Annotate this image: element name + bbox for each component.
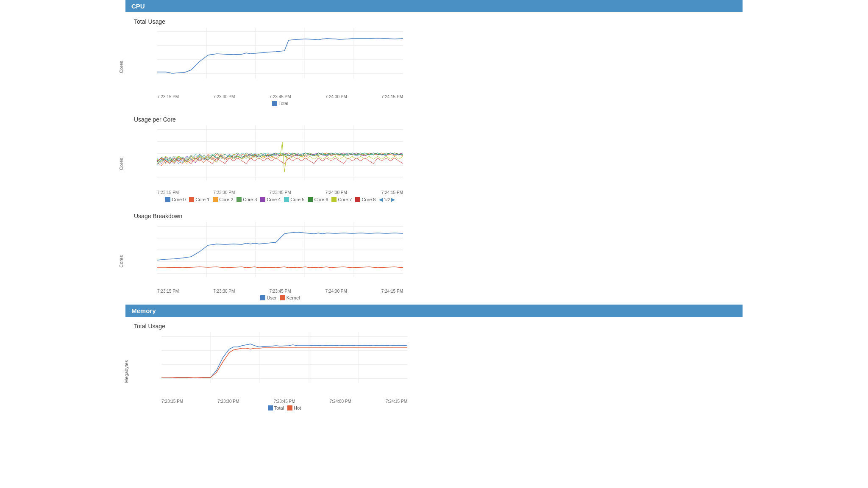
legend-total: Total [272, 101, 288, 106]
total-usage-chart-container: Cores 8.0 6.5 5.0 3.5 [134, 28, 734, 106]
usage-per-core-y-label: Cores [119, 158, 124, 170]
usage-breakdown-x-axis: 7:23:15 PM 7:23:30 PM 7:23:45 PM 7:24:00… [157, 289, 403, 294]
usage-per-core-svg: 0.8 0.6 0.4 0.2 0.0 [157, 125, 403, 189]
legend-core8-color [355, 197, 360, 202]
usage-breakdown-title: Usage Breakdown [134, 213, 734, 219]
core-legend-pagination: ◀ 1/2 ▶ [379, 197, 395, 202]
legend-core4-color [260, 197, 265, 202]
legend-core6-label: Core 6 [314, 197, 328, 202]
legend-core2-color [213, 197, 218, 202]
legend-mem-hot-label: Hot [294, 405, 301, 410]
memory-total-usage-x-axis: 7:23:15 PM 7:23:30 PM 7:23:45 PM 7:24:00… [161, 399, 407, 404]
usage-per-core-title: Usage per Core [134, 116, 734, 123]
memory-total-usage-svg: 1,800 1,650 1,500 1,350 [161, 332, 407, 398]
legend-core3-color [236, 197, 242, 202]
legend-core4-label: Core 4 [267, 197, 281, 202]
legend-core0-label: Core 0 [172, 197, 186, 202]
memory-total-usage-title: Total Usage [134, 323, 734, 330]
legend-core4: Core 4 [260, 197, 281, 202]
usage-per-core-section: Usage per Core Cores 0.8 [125, 110, 743, 207]
cpu-section-header: CPU [125, 0, 743, 12]
legend-mem-total: Total [268, 405, 284, 410]
memory-section-header: Memory [125, 305, 743, 317]
total-usage-section: Total Usage Cores 8.0 6.5 [125, 12, 743, 110]
memory-total-usage-chart-area: 1,800 1,650 1,500 1,350 7:23:15 PM 7:23:… [161, 332, 734, 410]
usage-breakdown-section: Usage Breakdown Cores 8 [125, 207, 743, 305]
legend-core6-color [308, 197, 313, 202]
page-indicator: 1/2 [384, 197, 390, 202]
legend-core1-color [189, 197, 194, 202]
legend-mem-hot: Hot [287, 405, 301, 410]
legend-core0-color [165, 197, 170, 202]
usage-breakdown-chart-container: Cores 8 6 4 [134, 222, 734, 300]
usage-breakdown-svg: 8 6 4 2 0 [157, 222, 403, 288]
usage-breakdown-legend: User Kernel [157, 295, 403, 300]
legend-mem-total-label: Total [274, 405, 284, 410]
legend-core7: Core 7 [331, 197, 352, 202]
legend-kernel-color [280, 295, 285, 300]
legend-user-label: User [267, 295, 276, 300]
total-usage-title: Total Usage [134, 18, 734, 25]
legend-core3-label: Core 3 [243, 197, 257, 202]
legend-kernel: Kernel [280, 295, 300, 300]
usage-per-core-x-axis: 7:23:15 PM 7:23:30 PM 7:23:45 PM 7:24:00… [157, 190, 403, 195]
legend-core5-color [284, 197, 289, 202]
legend-core2: Core 2 [213, 197, 233, 202]
usage-per-core-legend: Core 0 Core 1 Core 2 Core 3 [157, 197, 403, 202]
cpu-header-label: CPU [131, 3, 145, 10]
legend-kernel-label: Kernel [287, 295, 300, 300]
total-usage-legend: Total [157, 101, 403, 106]
legend-core0: Core 0 [165, 197, 186, 202]
legend-core1-label: Core 1 [195, 197, 209, 202]
legend-user: User [260, 295, 276, 300]
legend-core2-label: Core 2 [219, 197, 233, 202]
legend-core8-label: Core 8 [362, 197, 376, 202]
memory-total-usage-legend: Total Hot [161, 405, 407, 410]
memory-header-label: Memory [131, 307, 156, 314]
legend-core3: Core 3 [236, 197, 257, 202]
legend-core5-label: Core 5 [290, 197, 304, 202]
prev-page-arrow[interactable]: ◀ [379, 197, 383, 202]
legend-core1: Core 1 [189, 197, 209, 202]
legend-core7-label: Core 7 [338, 197, 352, 202]
legend-mem-hot-color [287, 405, 292, 410]
legend-total-color [272, 101, 277, 106]
legend-total-label: Total [278, 101, 288, 106]
memory-total-usage-chart-container: Megabytes 1,800 1,650 1,500 [134, 332, 734, 410]
total-usage-chart-area: 8.0 6.5 5.0 3.5 7:23:15 PM 7:23:30 PM 7:… [157, 28, 734, 106]
legend-core8: Core 8 [355, 197, 376, 202]
usage-per-core-chart-area: 0.8 0.6 0.4 0.2 0.0 [157, 125, 734, 202]
legend-core7-color [331, 197, 337, 202]
next-page-arrow[interactable]: ▶ [391, 197, 395, 202]
page-container: CPU Total Usage Cores 8.0 [125, 0, 743, 427]
usage-per-core-chart-container: Cores 0.8 0.6 0.4 [134, 125, 734, 202]
total-usage-svg: 8.0 6.5 5.0 3.5 [157, 28, 403, 93]
legend-mem-total-color [268, 405, 273, 410]
usage-breakdown-chart-area: 8 6 4 2 0 7:23:15 PM 7:23:30 PM 7:23:45 … [157, 222, 734, 300]
memory-total-usage-y-label: Megabytes [124, 360, 129, 383]
total-usage-y-label: Cores [119, 61, 124, 73]
legend-user-color [260, 295, 265, 300]
total-usage-x-axis: 7:23:15 PM 7:23:30 PM 7:23:45 PM 7:24:00… [157, 94, 403, 99]
usage-breakdown-y-label: Cores [119, 255, 124, 267]
memory-total-usage-section: Total Usage Megabytes 1,800 1,65 [125, 317, 743, 415]
legend-core5: Core 5 [284, 197, 304, 202]
legend-core6: Core 6 [308, 197, 328, 202]
